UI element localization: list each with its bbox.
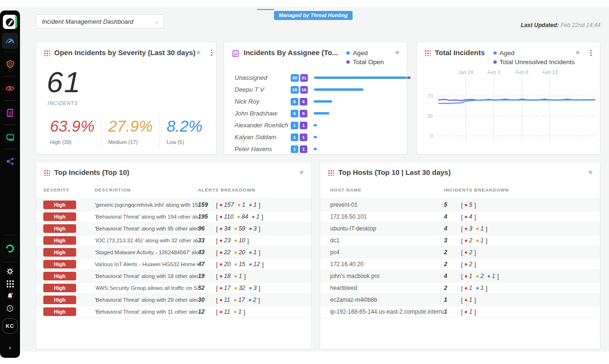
incident-row[interactable]: High'Behavioral Threat' along with 18 ot… xyxy=(36,270,311,282)
incident-row[interactable]: High'generic:jsgcngqcmhovk.info' along w… xyxy=(36,199,311,211)
assignee-name: Peter Havens xyxy=(235,145,291,153)
total-open-badge: 1 xyxy=(300,134,307,141)
breakdown-dot xyxy=(476,287,479,289)
bracket-open: [ xyxy=(216,297,218,304)
assignee-bar xyxy=(314,112,329,115)
user-avatar[interactable]: KC xyxy=(2,318,18,334)
last-updated: Last Updated: Feb 22nd 14:44 xyxy=(521,22,600,29)
severity-badge: High xyxy=(43,212,76,221)
incident-row[interactable]: High'IOC (73.213.32.45)' along with 32 o… xyxy=(36,235,311,247)
incident-row[interactable]: High'Behavioral Threat' along with 11 ot… xyxy=(36,306,311,318)
incident-count: 2 xyxy=(444,285,461,291)
sidebar-item-integrations[interactable] xyxy=(3,154,17,168)
sidebar-item-reports[interactable] xyxy=(3,105,17,120)
breakdown-dot xyxy=(234,311,236,313)
sidebar-item-endpoints[interactable] xyxy=(3,130,17,144)
assignee-row: John Bradshaw55 xyxy=(235,107,400,119)
incident-row[interactable]: High'Behavioral Threat' along with 29 ot… xyxy=(36,294,311,306)
breakdown-part: 2 xyxy=(249,297,256,303)
favorite-star-icon[interactable]: ★ xyxy=(298,168,304,176)
green-ring-icon xyxy=(5,243,15,254)
severity-cell: High xyxy=(43,272,95,280)
breakdown: [11172] xyxy=(216,297,306,304)
sidebar-divider xyxy=(4,125,16,125)
card-menu-button[interactable]: ⋮ xyxy=(208,48,215,57)
incident-description: 'generic:jsgcngqcmhovk.info' along with … xyxy=(95,202,198,208)
favorite-star-icon[interactable]: ★ xyxy=(394,48,400,56)
legend-label: Total Unresolved Incidents xyxy=(500,57,575,67)
favorite-star-icon[interactable]: ★ xyxy=(575,48,581,56)
host-row[interactable]: 172.16.50.1014[4] xyxy=(320,211,600,223)
severity-percent: 27.9% xyxy=(108,117,153,135)
incident-count: 1 xyxy=(444,308,461,315)
incident-dashboard: ? KC › Incident Management Dashboard ⌄ M… xyxy=(0,0,609,364)
incident-count: 1 xyxy=(444,297,461,303)
breakdown-value: 59 xyxy=(239,225,246,232)
incident-row[interactable]: HighVarious IoT Alerts - Huawei HG532 Ho… xyxy=(36,259,311,270)
host-row[interactable]: prevent-015[5] xyxy=(320,199,600,211)
logo-glyph xyxy=(5,17,15,28)
breakdown-value: 17 xyxy=(224,285,231,291)
host-row[interactable]: pc42[2] xyxy=(320,247,600,259)
severity-badge: High xyxy=(43,248,76,257)
host-row[interactable]: ip-192-168-65-144.us-east-2.compute.inte… xyxy=(320,306,600,318)
host-row[interactable]: dc13[21] xyxy=(320,235,600,247)
host-row[interactable]: ubuntu-IT-desktop4[31] xyxy=(320,223,600,235)
severity-stat: 27.9%Medium (17) xyxy=(101,115,160,149)
breakdown-part: 17 xyxy=(234,297,245,303)
sidebar-item-detect[interactable] xyxy=(3,81,17,96)
sidebar-divider xyxy=(4,235,16,235)
host-name: heartbleed xyxy=(330,285,444,291)
incident-row[interactable]: High'Behavioral Threat' along with 194 o… xyxy=(36,211,311,223)
breakdown-part: 3 xyxy=(249,285,257,291)
apps-grid-button[interactable] xyxy=(5,279,15,288)
breakdown-dot xyxy=(220,228,222,230)
assignee-row: Deepu T V1616 xyxy=(235,84,400,96)
dashboard-selector[interactable]: Incident Management Dashboard ⌄ xyxy=(36,14,164,29)
sidebar-expand-button[interactable]: › xyxy=(9,344,11,351)
eye-icon xyxy=(5,84,15,93)
sidebar-divider xyxy=(4,52,16,52)
host-row[interactable]: ec2amaz-m4i0b8b1[1] xyxy=(320,294,600,306)
incident-count: 2 xyxy=(444,249,461,256)
breakdown-part: 20 xyxy=(220,261,231,268)
host-row[interactable]: heartbleed2[11] xyxy=(320,282,600,294)
notifications-button[interactable] xyxy=(5,291,15,301)
breakdown-part: 12 xyxy=(249,261,260,268)
breakdown: [1] xyxy=(461,308,595,316)
breakdown-dot xyxy=(234,299,236,301)
breakdown-value: 3 xyxy=(469,225,472,232)
favorite-star-icon[interactable]: ★ xyxy=(196,48,202,56)
tab-indicator-line xyxy=(257,9,274,10)
incident-row[interactable]: High'Behavioral Threat' along with 95 ot… xyxy=(36,223,311,235)
incident-row[interactable]: High'Staged Malware Activity - 126248456… xyxy=(36,247,311,259)
managed-by-badge: Managed by Threat Hunting xyxy=(274,11,353,20)
breakdown-dot xyxy=(220,287,222,289)
chart-legend: AgedTotal Unresolved Incidents xyxy=(493,48,575,67)
host-row[interactable]: john's macbook pro4[121] xyxy=(320,270,600,282)
alert-count: 19 xyxy=(198,273,216,279)
legend-label: Aged xyxy=(500,48,515,57)
alert-count: 43 xyxy=(198,249,216,256)
favorite-star-icon[interactable]: ★ xyxy=(587,168,593,176)
sidebar-item-protect[interactable] xyxy=(3,57,17,71)
sidebar-item-green-app[interactable] xyxy=(2,240,18,257)
app-logo[interactable] xyxy=(3,15,17,29)
settings-button[interactable] xyxy=(5,267,15,276)
breakdown-value: 11 xyxy=(224,297,230,303)
breakdown-dot xyxy=(235,251,237,254)
sidebar-item-dashboard[interactable] xyxy=(2,33,18,49)
breakdown-value: 1 xyxy=(469,308,472,315)
card-title: Top Hosts (Top 10 | Last 30 days) xyxy=(338,168,451,176)
incident-description: 'AWS Security Group allows all traffic o… xyxy=(95,285,198,291)
card-menu-button[interactable]: ⋮ xyxy=(588,48,595,57)
monitor-icon xyxy=(5,133,15,142)
incidents-by-assignee-card: Incidents By Assignee (To... AgedTotal O… xyxy=(224,42,407,154)
incident-row[interactable]: High'AWS Security Group allows all traff… xyxy=(36,282,311,294)
help-button[interactable]: ? xyxy=(5,304,15,313)
breakdown-dot xyxy=(220,263,222,266)
apps-grid-icon xyxy=(7,280,14,287)
assignee-name: John Bradshaw xyxy=(235,110,291,117)
assignee-row: Alexander Roehlich11 xyxy=(235,119,400,131)
host-row[interactable]: 172.16.40.202[2] xyxy=(320,259,600,270)
